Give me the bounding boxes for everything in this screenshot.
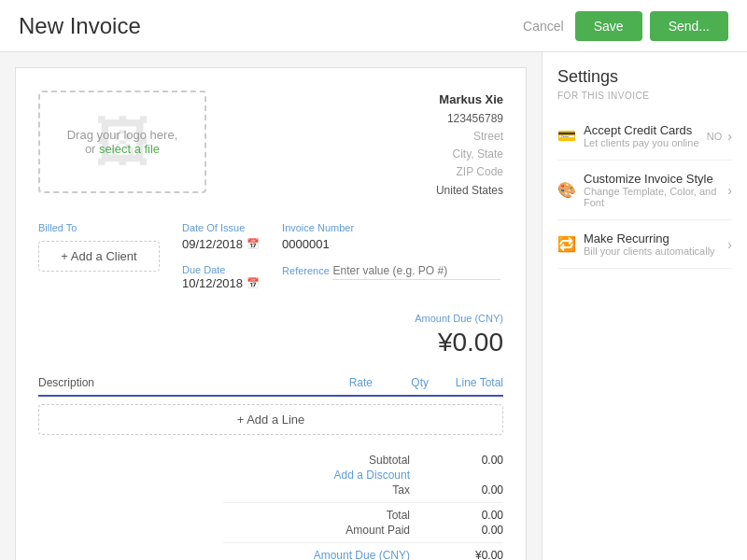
customize-style-subtitle: Change Template, Color, and Font [584, 186, 727, 208]
settings-subtitle: FOR THIS INVOICE [557, 91, 732, 101]
client-zip: ZIP Code [436, 163, 503, 181]
logo-drag-text: Drag your logo here, or select a file [67, 128, 178, 156]
credit-cards-subtitle: Let clients pay you online [584, 137, 707, 148]
col-total-header: Line Total [429, 376, 503, 389]
amount-due-header-group: Amount Due (CNY) ¥0.00 [415, 313, 503, 357]
amount-due-header-value: ¥0.00 [415, 328, 503, 357]
date-of-issue-label: Date of Issue [182, 222, 260, 233]
reference-group: Reference [282, 262, 500, 280]
due-date-group: Due Date 10/12/2018 📅 [182, 262, 260, 290]
amount-due-header-label: Amount Due (CNY) [415, 313, 503, 324]
logo-or-label: or [85, 142, 96, 156]
header: New Invoice Cancel Save Send... [0, 0, 747, 52]
send-button[interactable]: Send... [650, 11, 728, 41]
logo-dropzone[interactable]: 🖼 Drag your logo here, or select a file [38, 91, 206, 193]
amount-paid-label: Amount Paid [223, 524, 410, 537]
client-country: United States [436, 182, 503, 200]
recurring-icon: 🔁 [557, 235, 584, 253]
total-value: 0.00 [447, 509, 503, 522]
line-items-section: Description Rate Qty Line Total + Add a … [38, 376, 503, 435]
totals-section: Subtotal 0.00 Add a Discount Tax 0.00 To… [38, 454, 503, 560]
due-date-text: 10/12/2018 [182, 276, 243, 290]
reference-label: Reference [282, 265, 330, 276]
invoice-card: 🖼 Drag your logo here, or select a file … [15, 67, 527, 560]
settings-accept-credit-cards[interactable]: 💳 Accept Credit Cards Let clients pay yo… [557, 112, 732, 161]
credit-cards-badge: NO [707, 131, 723, 142]
settings-item-content-recurring: Make Recurring Bill your clients automat… [584, 231, 727, 257]
col-rate-header: Rate [298, 376, 373, 389]
client-info-block: Markus Xie 123456789 Street City, State … [436, 91, 503, 200]
due-date-calendar-icon[interactable]: 📅 [247, 277, 260, 289]
save-button[interactable]: Save [575, 11, 642, 41]
totals-divider-2 [223, 542, 503, 543]
client-name: Markus Xie [436, 91, 503, 110]
due-date-label: Due Date [182, 264, 225, 275]
settings-item-content-style: Customize Invoice Style Change Template,… [584, 172, 727, 208]
customize-style-title: Customize Invoice Style [584, 172, 727, 186]
invoice-area: 🖼 Drag your logo here, or select a file … [0, 52, 542, 560]
make-recurring-title: Make Recurring [584, 231, 727, 245]
total-label: Total [223, 509, 410, 522]
settings-title: Settings [557, 67, 732, 87]
date-of-issue-value[interactable]: 09/12/2018 📅 [182, 237, 260, 251]
amount-due-footer-row: Amount Due (CNY) ¥0.00 [223, 549, 503, 560]
logo-select-link[interactable]: select a file [99, 142, 160, 156]
date-of-issue-calendar-icon[interactable]: 📅 [247, 238, 260, 250]
cancel-button[interactable]: Cancel [523, 19, 564, 34]
client-city-state: City, State [436, 146, 503, 163]
total-row: Total 0.00 [223, 509, 503, 522]
tax-row: Tax 0.00 [223, 483, 503, 497]
add-discount-link[interactable]: Add a Discount [334, 469, 410, 482]
palette-icon: 🎨 [557, 181, 584, 199]
credit-cards-title: Accept Credit Cards [584, 123, 707, 137]
date-of-issue-text: 09/12/2018 [182, 237, 243, 251]
tax-value: 0.00 [447, 483, 503, 497]
customize-style-arrow-icon: › [727, 183, 732, 198]
discount-row: Add a Discount [223, 469, 503, 482]
discount-value [447, 469, 503, 482]
billed-section: Billed To + Add a Client Date of Issue 0… [38, 222, 503, 357]
col-description-header: Description [38, 376, 298, 389]
invoice-number-label: Invoice Number [282, 222, 500, 233]
totals-divider [223, 502, 503, 503]
make-recurring-arrow-icon: › [727, 237, 732, 252]
invoice-number-group: Invoice Number 0000001 Reference [282, 222, 500, 290]
amount-due-footer-value: ¥0.00 [447, 549, 503, 560]
client-phone: 123456789 [436, 110, 503, 128]
main-layout: 🖼 Drag your logo here, or select a file … [0, 52, 747, 560]
add-line-button[interactable]: + Add a Line [38, 404, 503, 435]
settings-item-content-credit: Accept Credit Cards Let clients pay you … [584, 123, 707, 148]
amount-paid-value: 0.00 [447, 524, 503, 537]
client-street: Street [436, 128, 503, 146]
amount-paid-row: Amount Paid 0.00 [223, 524, 503, 537]
billed-to-group: Billed To + Add a Client [38, 222, 160, 290]
settings-customize-style[interactable]: 🎨 Customize Invoice Style Change Templat… [557, 161, 732, 220]
tax-label: Tax [223, 483, 410, 497]
credit-cards-arrow-icon: › [727, 129, 732, 144]
invoice-top: 🖼 Drag your logo here, or select a file … [38, 91, 503, 200]
logo-drag-label: Drag your logo here, [67, 128, 178, 142]
date-of-issue-group: Date of Issue 09/12/2018 📅 Due Date 10/1… [182, 222, 260, 290]
amount-due-footer-label: Amount Due (CNY) [223, 549, 410, 560]
settings-panel: Settings FOR THIS INVOICE 💳 Accept Credi… [542, 52, 747, 560]
due-date-value[interactable]: 10/12/2018 📅 [182, 276, 260, 290]
subtotal-row: Subtotal 0.00 [223, 454, 503, 467]
page-title: New Invoice [19, 13, 523, 39]
reference-input[interactable] [332, 262, 500, 280]
settings-make-recurring[interactable]: 🔁 Make Recurring Bill your clients autom… [557, 220, 732, 269]
billed-to-label: Billed To [38, 222, 160, 233]
subtotal-value: 0.00 [447, 454, 503, 467]
subtotal-label: Subtotal [223, 454, 410, 467]
add-client-button[interactable]: + Add a Client [38, 241, 160, 272]
invoice-number-value: 0000001 [282, 237, 500, 251]
credit-card-icon: 💳 [557, 127, 584, 145]
line-items-header: Description Rate Qty Line Total [38, 376, 503, 397]
make-recurring-subtitle: Bill your clients automatically [584, 245, 727, 257]
col-qty-header: Qty [373, 376, 429, 389]
